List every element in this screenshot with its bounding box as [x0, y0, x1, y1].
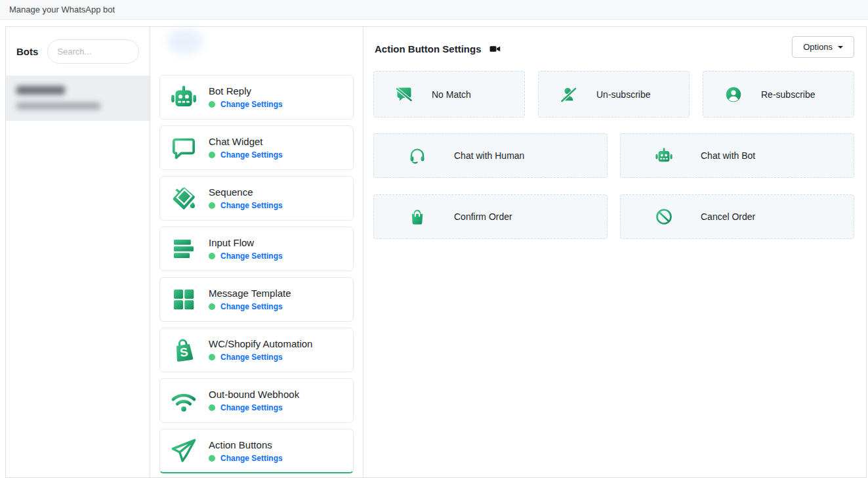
action-button-label: Confirm Order: [454, 211, 512, 222]
redacted-bot-phone: [16, 102, 100, 110]
caret-down-icon: [838, 46, 843, 49]
modules-list: Bot Reply Change Settings Chat Widget: [150, 27, 363, 473]
change-settings-link[interactable]: Change Settings: [220, 201, 283, 210]
redacted-avatar-blob: [167, 29, 203, 54]
user-slash-icon: [560, 85, 578, 104]
change-settings-link[interactable]: Change Settings: [220, 454, 283, 463]
module-card-action-buttons[interactable]: Action Buttons Change Settings: [159, 429, 354, 473]
input-bars-icon: [169, 234, 199, 264]
chat-bubble-icon: [169, 133, 199, 163]
chat-slash-icon: [395, 85, 413, 104]
status-dot: [209, 455, 215, 462]
redacted-bot-name: [16, 86, 65, 95]
shopify-bag-icon: S: [169, 335, 199, 365]
module-card-sequence[interactable]: Sequence Change Settings: [159, 176, 354, 221]
grid-icon: [169, 284, 199, 315]
change-settings-link[interactable]: Change Settings: [220, 251, 283, 261]
bots-sidebar: Bots: [6, 27, 150, 477]
action-button-no-match[interactable]: No Match: [373, 71, 525, 118]
video-camera-icon[interactable]: [489, 43, 501, 55]
status-dot: [209, 404, 215, 411]
robot-icon: [655, 146, 673, 165]
status-dot: [209, 303, 215, 310]
module-card-outbound-webhook[interactable]: Out-bound Webhook Change Settings: [159, 378, 354, 423]
paint-bucket-icon: [169, 183, 199, 213]
workspace: Bots: [5, 26, 867, 478]
module-title: WC/Shopify Automation: [209, 338, 312, 349]
status-dot: [209, 152, 215, 158]
action-button-label: No Match: [432, 89, 471, 100]
module-title: Sequence: [209, 186, 283, 198]
action-button-chat-with-bot[interactable]: Chat with Bot: [620, 133, 854, 178]
change-settings-link[interactable]: Change Settings: [220, 150, 283, 160]
top-bar: Manage your WhatsApp bot: [0, 0, 868, 20]
action-button-cancel-order[interactable]: Cancel Order: [620, 194, 854, 239]
module-title: Chat Widget: [209, 136, 283, 147]
module-card-input-flow[interactable]: Input Flow Change Settings: [159, 227, 354, 271]
change-settings-link[interactable]: Change Settings: [220, 403, 283, 412]
module-title: Message Template: [209, 288, 291, 299]
module-card-bot-reply[interactable]: Bot Reply Change Settings: [159, 75, 354, 120]
options-button[interactable]: Options: [792, 36, 854, 58]
module-title: Input Flow: [209, 237, 283, 248]
action-button-settings-panel: Action Button Settings Options: [363, 27, 866, 477]
modules-column: Bot Reply Change Settings Chat Widget: [150, 27, 363, 477]
ban-icon: [655, 207, 673, 226]
headset-icon: [408, 146, 426, 165]
action-buttons-grid: No Match Un-subscribe: [363, 71, 866, 239]
module-title: Action Buttons: [209, 439, 283, 450]
action-button-label: Un-subscribe: [596, 89, 650, 100]
paper-plane-icon: [169, 436, 199, 466]
action-button-resubscribe[interactable]: Re-subscribe: [703, 71, 854, 118]
module-card-chat-widget[interactable]: Chat Widget Change Settings: [159, 125, 354, 170]
wifi-icon: [169, 385, 199, 416]
change-settings-link[interactable]: Change Settings: [220, 302, 283, 311]
bots-heading: Bots: [16, 46, 38, 57]
action-button-label: Re-subscribe: [761, 89, 815, 100]
settings-header: Action Button Settings Options: [363, 27, 866, 62]
action-button-label: Chat with Bot: [701, 150, 755, 161]
bots-sidebar-header: Bots: [6, 27, 150, 76]
options-button-label: Options: [803, 42, 833, 52]
status-dot: [209, 354, 215, 360]
shopping-bag-icon: [408, 207, 426, 226]
module-title: Out-bound Webhook: [209, 389, 299, 400]
action-button-label: Chat with Human: [454, 150, 524, 161]
status-dot: [209, 253, 215, 259]
change-settings-link[interactable]: Change Settings: [220, 100, 283, 109]
module-card-wc-shopify[interactable]: S WC/Shopify Automation Change Settings: [159, 328, 354, 372]
status-dot: [209, 101, 215, 108]
user-circle-icon: [724, 85, 743, 104]
settings-title: Action Button Settings: [375, 43, 481, 54]
bot-list-item-selected[interactable]: [6, 76, 150, 121]
action-button-unsubscribe[interactable]: Un-subscribe: [538, 71, 690, 118]
module-title: Bot Reply: [209, 85, 283, 97]
search-input[interactable]: [47, 39, 139, 64]
action-button-chat-with-human[interactable]: Chat with Human: [373, 133, 608, 178]
robot-icon: [169, 82, 199, 112]
module-card-message-template[interactable]: Message Template Change Settings: [159, 277, 354, 322]
action-button-confirm-order[interactable]: Confirm Order: [373, 194, 608, 239]
page-title: Manage your WhatsApp bot: [9, 5, 115, 14]
change-settings-link[interactable]: Change Settings: [220, 353, 283, 362]
status-dot: [209, 202, 215, 209]
action-button-label: Cancel Order: [701, 211, 755, 222]
